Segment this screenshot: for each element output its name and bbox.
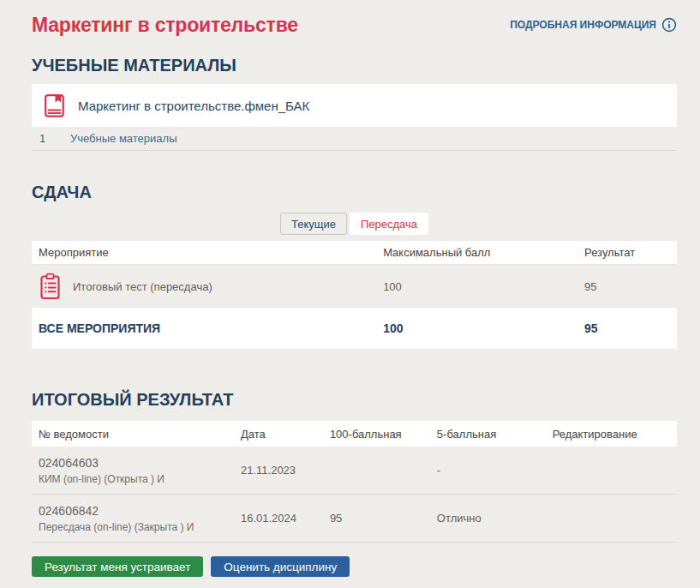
materials-row-number: 1 xyxy=(32,132,70,145)
tab-retake[interactable]: Пересдача xyxy=(350,213,428,235)
sheet-score5: - xyxy=(437,464,553,477)
sheet-score100: 95 xyxy=(330,512,437,525)
page-container: Маркетинг в строительстве ПОДРОБНАЯ ИНФО… xyxy=(0,0,700,577)
header-5-scale: 5-балльная xyxy=(437,428,553,441)
header-event: Мероприятие xyxy=(32,246,381,259)
submission-table: Мероприятие Максимальный балл Результат xyxy=(32,241,677,349)
materials-link[interactable]: Учебные материалы xyxy=(70,132,177,145)
submission-heading: СДАЧА xyxy=(32,182,677,202)
final-table: № ведомости Дата 100-балльная 5-балльная… xyxy=(32,421,677,543)
materials-heading: УЧЕБНЫЕ МАТЕРИАЛЫ xyxy=(32,56,677,75)
submission-tabs: Текущие Пересдача xyxy=(32,213,677,235)
details-link-label: ПОДРОБНАЯ ИНФОРМАЦИЯ xyxy=(510,19,656,31)
book-icon xyxy=(43,93,66,118)
table-row: 024064603 КИМ (on-line) (Открыта ) И 21.… xyxy=(32,447,677,495)
final-table-header: № ведомости Дата 100-балльная 5-балльная… xyxy=(32,421,677,447)
header-sheet-number: № ведомости xyxy=(32,428,241,441)
sheet-number: 024606842 xyxy=(39,504,241,518)
tab-current[interactable]: Текущие xyxy=(280,213,347,235)
header-result: Результат xyxy=(583,246,677,259)
sheet-date: 16.01.2024 xyxy=(241,512,330,525)
header-date: Дата xyxy=(241,428,330,441)
table-total-row: ВСЕ МЕРОПРИЯТИЯ 100 95 xyxy=(32,308,677,349)
rate-course-button[interactable]: Оценить дисциплину xyxy=(211,556,350,577)
table-row: 024606842 Пересдача (on-line) (Закрыта )… xyxy=(32,495,677,543)
event-name: Итоговый тест (пересдача) xyxy=(73,280,212,293)
action-buttons: Результат меня устраивает Оценить дисцип… xyxy=(32,556,677,577)
sheet-date: 21.11.2023 xyxy=(241,464,330,477)
sheet-type: КИМ (on-line) (Открыта ) И xyxy=(39,473,241,485)
header-max-score: Максимальный балл xyxy=(381,246,583,259)
sheet-number: 024064603 xyxy=(39,456,241,470)
page-title: Маркетинг в строительстве xyxy=(32,14,298,37)
info-icon xyxy=(661,17,677,33)
total-result: 95 xyxy=(583,321,677,335)
sheet-score5: Отлично xyxy=(437,512,553,525)
accept-result-button[interactable]: Результат меня устраивает xyxy=(32,556,203,577)
clipboard-list-icon xyxy=(39,273,62,300)
header-100-scale: 100-балльная xyxy=(330,428,437,441)
course-card[interactable]: Маркетинг в строительстве.фмен_БАК xyxy=(32,84,677,127)
sheet-type: Пересдача (on-line) (Закрыта ) И xyxy=(39,521,241,533)
header-editing: Редактирование xyxy=(553,428,677,441)
materials-row: 1 Учебные материалы xyxy=(32,127,677,151)
final-heading: ИТОГОВЫЙ РЕЗУЛЬТАТ xyxy=(32,389,677,410)
submission-table-header: Мероприятие Максимальный балл Результат xyxy=(32,241,677,265)
total-max-score: 100 xyxy=(381,321,583,335)
event-result: 95 xyxy=(583,280,677,293)
table-row[interactable]: Итоговый тест (пересдача) 100 95 xyxy=(32,265,677,308)
page-header: Маркетинг в строительстве ПОДРОБНАЯ ИНФО… xyxy=(32,12,677,38)
details-link[interactable]: ПОДРОБНАЯ ИНФОРМАЦИЯ xyxy=(510,17,677,33)
course-card-title: Маркетинг в строительстве.фмен_БАК xyxy=(78,99,309,113)
total-label: ВСЕ МЕРОПРИЯТИЯ xyxy=(32,321,381,335)
event-max-score: 100 xyxy=(381,280,583,293)
